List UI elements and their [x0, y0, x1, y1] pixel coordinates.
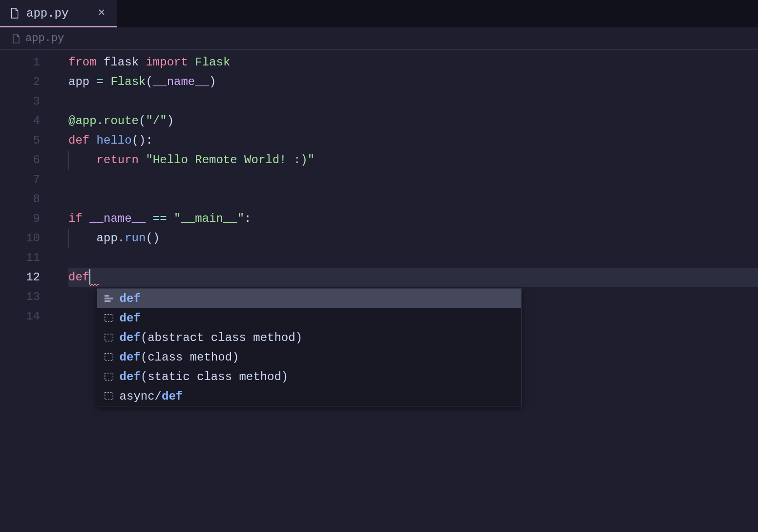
- code-line[interactable]: def hello():: [68, 131, 758, 150]
- line-number: 3: [0, 92, 40, 111]
- code-token: "/": [146, 114, 167, 128]
- snippet-icon: [103, 312, 115, 324]
- code-token: Flask: [195, 56, 230, 69]
- svg-rect-0: [105, 296, 108, 297]
- line-number: 14: [0, 307, 40, 326]
- line-number: 2: [0, 72, 40, 92]
- tab-bar: app.py: [0, 0, 758, 27]
- svg-rect-4: [105, 334, 113, 341]
- suggest-label: def(abstract class method): [120, 331, 302, 344]
- line-number: 7: [0, 170, 40, 190]
- code-token: def: [68, 271, 89, 284]
- code-token: "Hello Remote World! :)": [146, 153, 315, 167]
- svg-rect-6: [105, 373, 113, 381]
- suggest-label: def(static class method): [120, 370, 289, 383]
- indent-guide: [68, 229, 69, 248]
- code-token: ():: [132, 134, 153, 147]
- svg-rect-7: [105, 393, 113, 400]
- code-token: return: [97, 153, 146, 167]
- close-icon[interactable]: [96, 6, 107, 21]
- code-token: from: [68, 56, 104, 69]
- svg-rect-2: [105, 301, 110, 302]
- snippet-icon: [103, 371, 115, 383]
- line-number: 1: [0, 53, 40, 72]
- code-token: hello: [97, 134, 132, 147]
- suggest-label: def: [120, 312, 141, 325]
- suggest-item[interactable]: def(abstract class method): [97, 328, 521, 347]
- code-token: Flask: [110, 75, 146, 88]
- code-line[interactable]: app.run(): [68, 229, 758, 248]
- svg-rect-5: [105, 354, 113, 361]
- code-token: ==: [153, 212, 174, 225]
- suggest-item[interactable]: def: [97, 289, 521, 308]
- code-token: def: [68, 134, 97, 147]
- code-token: app.: [97, 232, 125, 245]
- svg-rect-1: [105, 298, 113, 299]
- code-token: (: [139, 114, 146, 128]
- suggest-label: def: [120, 292, 141, 305]
- suggest-item[interactable]: def: [97, 308, 521, 328]
- code-token: __name__: [153, 75, 209, 88]
- code-line[interactable]: from flask import Flask: [68, 53, 758, 72]
- line-number: 8: [0, 190, 40, 209]
- code-token: (: [146, 75, 152, 88]
- editor-app: app.py app.py 1234567891011121314 from f…: [0, 0, 758, 532]
- line-number: 13: [0, 287, 40, 307]
- indent-guide: [68, 150, 69, 170]
- breadcrumb-filename: app.py: [25, 32, 64, 44]
- snippet-icon: [103, 332, 115, 343]
- line-number: 10: [0, 229, 40, 248]
- code-line[interactable]: if __name__ == "__main__":: [68, 209, 758, 229]
- file-icon: [12, 33, 21, 44]
- line-number: 4: [0, 111, 40, 131]
- file-icon: [10, 7, 20, 19]
- suggest-item[interactable]: def(class method): [97, 347, 521, 367]
- tab-app-py[interactable]: app.py: [0, 0, 117, 27]
- code-token: [68, 153, 97, 167]
- code-editor[interactable]: 1234567891011121314 from flask import Fl…: [0, 50, 758, 532]
- breadcrumb[interactable]: app.py: [0, 27, 758, 50]
- code-token: app: [68, 75, 97, 88]
- code-area[interactable]: from flask import Flaskapp = Flask(__nam…: [54, 53, 758, 532]
- line-number-gutter: 1234567891011121314: [0, 53, 54, 532]
- snippet-icon: [103, 390, 115, 402]
- code-token: import: [146, 56, 195, 69]
- tab-label: app.py: [26, 7, 68, 20]
- code-line[interactable]: app = Flask(__name__): [68, 72, 758, 92]
- suggest-item[interactable]: def(static class method): [97, 367, 521, 386]
- suggest-label: def(class method): [120, 351, 239, 364]
- line-number: 9: [0, 209, 40, 229]
- suggest-item[interactable]: async/def: [97, 386, 521, 406]
- code-token: ): [167, 114, 174, 128]
- code-line[interactable]: [68, 170, 758, 190]
- code-token: [68, 232, 97, 245]
- code-token: ): [209, 75, 216, 88]
- code-token: flask: [104, 56, 146, 69]
- code-token: :: [244, 212, 251, 225]
- text-cursor: [89, 269, 90, 284]
- code-line[interactable]: def: [68, 268, 758, 287]
- code-line[interactable]: [68, 190, 758, 209]
- code-token: "__main__": [174, 212, 244, 225]
- intellisense-popup[interactable]: defdefdef(abstract class method)def(clas…: [97, 288, 522, 406]
- snippet-icon: [103, 351, 115, 363]
- line-number: 6: [0, 150, 40, 170]
- code-token: =: [97, 75, 111, 88]
- code-line[interactable]: return "Hello Remote World! :)": [68, 150, 758, 170]
- suggest-label: async/def: [120, 390, 183, 403]
- keyword-icon: [103, 293, 115, 304]
- code-token: @app.route: [68, 114, 139, 128]
- code-token: run: [125, 232, 146, 245]
- code-token: (): [146, 232, 160, 245]
- svg-rect-3: [105, 315, 113, 322]
- code-line[interactable]: @app.route("/"): [68, 111, 758, 131]
- code-token: __name__: [89, 212, 153, 225]
- code-token: if: [68, 212, 89, 225]
- code-line[interactable]: [68, 248, 758, 268]
- code-line[interactable]: [68, 92, 758, 111]
- line-number: 12: [0, 268, 40, 287]
- line-number: 11: [0, 248, 40, 268]
- line-number: 5: [0, 131, 40, 150]
- error-squiggle: [89, 284, 98, 286]
